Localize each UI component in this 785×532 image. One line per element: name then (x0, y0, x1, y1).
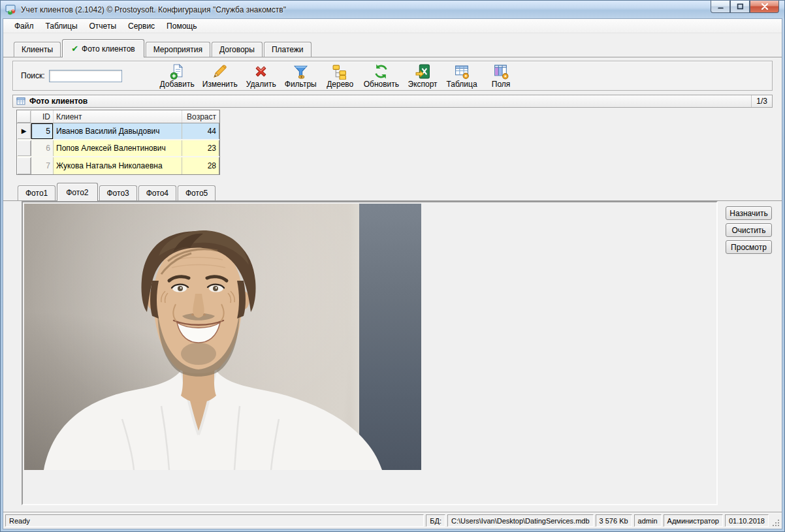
check-icon: ✔ (71, 44, 78, 54)
photo-action-buttons: Назначить Очистить Просмотр (718, 201, 773, 505)
close-icon (761, 3, 769, 10)
record-pager: 1/3 (751, 95, 772, 107)
section-header: Фото клиентов 1/3 (12, 95, 773, 108)
menu-reports[interactable]: Отчеты (84, 20, 122, 33)
tree-button[interactable]: Дерево (321, 62, 360, 90)
fields-settings-icon (493, 63, 509, 80)
assign-button[interactable]: Назначить (726, 206, 772, 220)
cell-id[interactable]: 7 (31, 157, 54, 174)
view-button[interactable]: Просмотр (726, 240, 772, 254)
button-label: Поля (492, 80, 511, 89)
header-selector-cell[interactable] (17, 110, 31, 123)
tab-label: Мероприятия (153, 45, 202, 54)
table-small-icon (16, 97, 25, 106)
client-photo (24, 204, 421, 470)
tab-photo5[interactable]: Фото5 (178, 185, 216, 200)
column-header-id[interactable]: ID (31, 110, 54, 123)
table-row[interactable]: 7 Жукова Наталья Николаевна 28 (17, 157, 219, 174)
filters-button[interactable]: Фильтры (281, 62, 321, 90)
tab-payments[interactable]: Платежи (264, 42, 312, 57)
menu-bar: Файл Таблицы Отчеты Сервис Помощь (3, 19, 782, 33)
minimize-icon (717, 3, 724, 10)
cell-client[interactable]: Иванов Василий Давыдович (54, 123, 182, 139)
tab-contracts[interactable]: Договоры (212, 42, 263, 57)
menu-help[interactable]: Помощь (161, 20, 202, 33)
clients-grid: ID Клиент Возраст ▶ 5 Иванов Василий Дав… (16, 110, 220, 175)
button-label: Фильтры (285, 80, 317, 89)
cell-client[interactable]: Попов Алексей Валентинович (54, 140, 182, 156)
close-button[interactable] (750, 1, 779, 13)
menu-file[interactable]: Файл (8, 20, 40, 33)
column-header-client[interactable]: Клиент (54, 110, 182, 123)
status-date: 01.10.2018 (725, 514, 769, 527)
status-state: Ready (5, 514, 424, 527)
portrait-man-illustration (24, 204, 421, 470)
cell-age[interactable]: 23 (182, 140, 219, 156)
button-label: Таблица (447, 80, 477, 89)
row-selector-cell[interactable]: ▶ (17, 123, 31, 139)
resize-grip[interactable] (771, 514, 780, 527)
fields-button[interactable]: Поля (481, 62, 521, 90)
status-role: Администратор (664, 514, 723, 527)
edit-button[interactable]: Изменить (199, 62, 242, 90)
tab-label: Фото1 (25, 189, 48, 198)
refresh-button[interactable]: Обновить (360, 62, 403, 90)
cell-age[interactable]: 28 (182, 157, 219, 174)
tree-icon (332, 63, 348, 80)
status-db-path: C:\Users\Ivan\Desktop\DatingServices.mdb (447, 514, 594, 527)
table-button[interactable]: Таблица (442, 62, 481, 90)
status-user: admin (634, 514, 662, 527)
cell-id[interactable]: 6 (31, 140, 54, 156)
row-selector-cell[interactable] (17, 140, 31, 156)
photo-panel (22, 201, 718, 505)
menu-tables[interactable]: Таблицы (40, 20, 84, 33)
add-record-icon (169, 63, 185, 80)
column-header-age[interactable]: Возраст (182, 110, 219, 123)
table-row[interactable]: 6 Попов Алексей Валентинович 23 (17, 140, 219, 157)
tab-clients[interactable]: Клиенты (14, 42, 61, 57)
photo-content-row: Назначить Очистить Просмотр (22, 201, 773, 505)
edit-pencil-icon (212, 63, 228, 80)
current-row-arrow-icon: ▶ (22, 128, 27, 134)
resize-grip-icon (772, 519, 780, 527)
export-excel-icon (415, 63, 431, 80)
tab-photo1[interactable]: Фото1 (18, 185, 56, 200)
refresh-icon (373, 63, 389, 80)
cell-client[interactable]: Жукова Наталья Николаевна (54, 157, 182, 174)
maximize-button[interactable] (730, 1, 750, 13)
tab-events[interactable]: Мероприятия (146, 42, 210, 57)
tab-label: Клиенты (22, 45, 53, 54)
status-bar: Ready БД: C:\Users\Ivan\Desktop\DatingSe… (3, 513, 782, 529)
tab-photo3[interactable]: Фото3 (99, 185, 137, 200)
tab-photo2[interactable]: Фото2 (57, 183, 97, 201)
window-controls (711, 1, 779, 13)
delete-button[interactable]: Удалить (242, 62, 281, 90)
cell-age[interactable]: 44 (182, 123, 219, 139)
export-button[interactable]: Экспорт (403, 62, 442, 90)
minimize-button[interactable] (711, 1, 730, 13)
tab-label: Фото4 (146, 189, 168, 198)
add-button[interactable]: Добавить (156, 62, 199, 90)
tab-client-photos[interactable]: ✔ Фото клиентов (62, 39, 144, 57)
section-title: Фото клиентов (29, 97, 88, 106)
delete-x-icon (253, 63, 269, 80)
cell-id[interactable]: 5 (31, 123, 54, 139)
filter-funnel-icon (293, 63, 309, 80)
menu-service[interactable]: Сервис (122, 20, 161, 33)
tab-photo4[interactable]: Фото4 (138, 185, 176, 200)
clients-app-icon (5, 4, 17, 16)
search-input[interactable] (49, 70, 122, 82)
clear-button[interactable]: Очистить (726, 223, 772, 237)
search-label: Поиск: (21, 71, 45, 80)
window-title: Учет клиентов (2.1042) © Prostoysoft. Ко… (21, 5, 286, 14)
row-selector-cell[interactable] (17, 157, 31, 174)
tab-label: Фото клиентов (82, 44, 135, 54)
table-row[interactable]: ▶ 5 Иванов Василий Давыдович 44 (17, 123, 219, 140)
tab-label: Платежи (272, 45, 304, 54)
grid-header-row: ID Клиент Возраст (17, 110, 219, 123)
maximize-icon (737, 3, 744, 10)
tab-label: Фото3 (107, 189, 129, 198)
button-label: Изменить (202, 80, 238, 89)
main-tabstrip: Клиенты ✔ Фото клиентов Мероприятия Дого… (3, 33, 782, 57)
toolbar-buttons: Добавить Изменить Уд (156, 62, 521, 90)
